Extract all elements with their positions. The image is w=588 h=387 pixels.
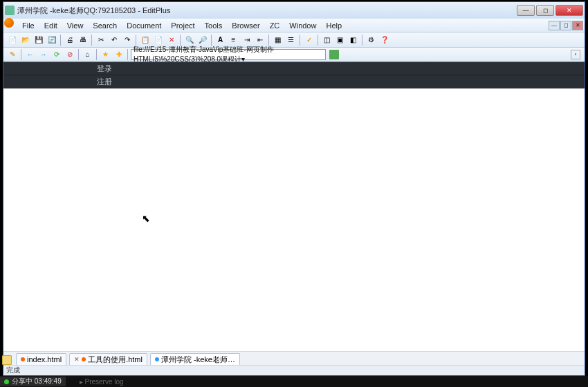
document-tabs: index.html ✕ 工具的使用.html 潭州学院 -keke老师… xyxy=(3,351,585,365)
delete-icon[interactable]: ✕ xyxy=(165,34,177,46)
recording-dot-icon xyxy=(4,379,9,384)
page-header: 登录 注册 xyxy=(3,62,585,88)
window-title: 潭州学院 -keke老师QQ:792185203 - EditPlus xyxy=(17,6,517,16)
new-file-icon[interactable]: 📄 xyxy=(6,34,18,46)
maximize-button[interactable]: ◻ xyxy=(536,5,554,16)
forward-icon[interactable]: → xyxy=(37,49,49,60)
app-icon xyxy=(5,6,15,15)
window-controls: — ◻ ✕ xyxy=(517,5,583,16)
nav-register[interactable]: 注册 xyxy=(3,75,585,88)
taskbar-faded-text: ▸ Preserve log xyxy=(80,378,124,386)
settings-icon[interactable]: ⚙ xyxy=(365,34,377,46)
menu-tools[interactable]: Tools xyxy=(200,20,228,31)
redo-icon[interactable]: ↷ xyxy=(121,34,133,46)
nav-login[interactable]: 登录 xyxy=(3,62,585,75)
help-icon[interactable]: ❓ xyxy=(378,34,390,46)
go-button[interactable] xyxy=(329,50,339,59)
window-tile-icon[interactable]: ◫ xyxy=(321,34,333,46)
bookmark-icon[interactable]: ▦ xyxy=(272,34,284,46)
copy-icon[interactable]: 📋 xyxy=(139,34,151,46)
browser-viewport: 登录 注册 ⬉ xyxy=(3,62,585,351)
cut-icon[interactable]: ✂ xyxy=(95,34,107,46)
print-icon[interactable]: 🖨 xyxy=(64,34,75,46)
tab-index[interactable]: index.html xyxy=(16,353,66,365)
menu-zc[interactable]: ZC xyxy=(265,20,285,31)
favorite-icon[interactable]: ★ xyxy=(100,49,111,60)
os-taskbar: 分享中 03:49:49 ▸ Preserve log xyxy=(0,376,588,387)
wrap-icon[interactable]: ≡ xyxy=(228,34,239,46)
titlebar: 潭州学院 -keke老师QQ:792185203 - EditPlus — ◻ … xyxy=(3,2,585,19)
menu-help[interactable]: Help xyxy=(321,20,347,31)
stop-icon[interactable]: ⊘ xyxy=(64,49,75,60)
undo-icon[interactable]: ↶ xyxy=(108,34,120,46)
home-icon[interactable]: ⌂ xyxy=(82,49,93,60)
minimize-button[interactable]: — xyxy=(517,5,535,16)
menu-project[interactable]: Project xyxy=(166,20,199,31)
folder-icon[interactable] xyxy=(2,355,12,365)
html-file-icon xyxy=(82,357,86,361)
edit-icon[interactable]: ✎ xyxy=(6,49,18,60)
tab-label: index.html xyxy=(27,355,62,364)
inner-close-button[interactable]: ✕ xyxy=(572,21,583,30)
tab-tools[interactable]: ✕ 工具的使用.html xyxy=(69,353,147,365)
menu-window[interactable]: Window xyxy=(284,20,321,31)
find-next-icon[interactable]: 🔎 xyxy=(196,34,208,46)
check-icon[interactable]: ✓ xyxy=(303,34,315,46)
find-icon[interactable]: 🔍 xyxy=(183,34,195,46)
menu-document[interactable]: Document xyxy=(122,20,166,31)
list-icon[interactable]: ☰ xyxy=(285,34,297,46)
indent-icon[interactable]: ⇥ xyxy=(241,34,252,46)
back-icon[interactable]: ← xyxy=(24,49,36,60)
sidebar-collapse-button[interactable]: ‹ xyxy=(571,50,580,59)
inner-restore-button[interactable]: ◻ xyxy=(560,21,571,30)
print-preview-icon[interactable]: 🖶 xyxy=(77,34,89,46)
refresh-icon[interactable]: 🔄 xyxy=(46,34,57,46)
reload-icon[interactable]: ⟳ xyxy=(50,49,62,60)
firefox-icon xyxy=(4,18,14,28)
add-favorite-icon[interactable]: ✚ xyxy=(113,49,125,60)
tab-label: 潭州学院 -keke老师… xyxy=(161,355,235,365)
tab-label: 工具的使用.html xyxy=(88,355,143,365)
html-file-icon xyxy=(21,357,25,361)
app-window: 潭州学院 -keke老师QQ:792185203 - EditPlus — ◻ … xyxy=(3,1,585,376)
inner-minimize-button[interactable]: — xyxy=(549,21,560,30)
menubar: File Edit View Search Document Project T… xyxy=(3,19,585,32)
outdent-icon[interactable]: ⇤ xyxy=(254,34,266,46)
menu-view[interactable]: View xyxy=(62,20,89,31)
open-file-icon[interactable]: 📂 xyxy=(19,34,31,46)
window-cascade-icon[interactable]: ▣ xyxy=(334,34,346,46)
address-toolbar: ✎ ← → ⟳ ⊘ ⌂ ★ ✚ file:///E:/15-潭州教育-JavaV… xyxy=(3,48,585,62)
close-button[interactable]: ✕ xyxy=(555,5,583,16)
browser-tab-icon xyxy=(155,357,159,361)
status-text: 完成 xyxy=(6,366,20,375)
split-icon[interactable]: ◧ xyxy=(347,34,359,46)
share-label: 分享中 03:49:49 xyxy=(12,377,62,386)
menu-edit[interactable]: Edit xyxy=(39,20,62,31)
paste-icon[interactable]: 📄 xyxy=(152,34,164,46)
url-field[interactable]: file:///E:/15-潭州教育-JavaVip基础班-网页制作HTML(5… xyxy=(131,49,326,60)
save-icon[interactable]: 💾 xyxy=(33,34,44,46)
menu-browser[interactable]: Browser xyxy=(227,20,264,31)
mouse-cursor-icon: ⬉ xyxy=(142,213,150,224)
tab-preview[interactable]: 潭州学院 -keke老师… xyxy=(150,353,240,365)
font-size-icon[interactable]: A xyxy=(214,34,226,46)
status-bar: 完成 xyxy=(3,365,585,375)
screen-share-indicator[interactable]: 分享中 03:49:49 xyxy=(0,377,66,386)
menu-search[interactable]: Search xyxy=(88,20,122,31)
close-tab-icon[interactable]: ✕ xyxy=(74,356,80,363)
menu-file[interactable]: File xyxy=(17,20,39,31)
